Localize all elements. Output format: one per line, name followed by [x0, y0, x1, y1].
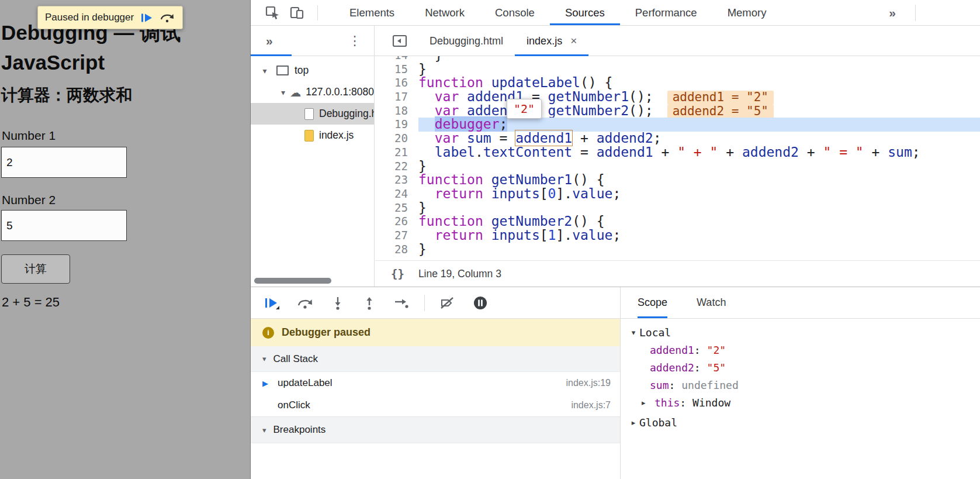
global-scope-label: Global [639, 416, 677, 429]
toast-step-over-icon[interactable] [160, 12, 175, 23]
line-number[interactable]: 24 [375, 187, 418, 201]
debugger-paused-label: Debugger paused [282, 326, 370, 339]
panel-tab-sources[interactable]: Sources [550, 0, 620, 25]
variable-value: Window [692, 397, 730, 409]
variable-name: sum [650, 379, 669, 391]
line-content[interactable]: function getNumber1() { [418, 173, 980, 187]
pretty-print-icon[interactable]: {} [391, 267, 404, 280]
inspect-element-icon[interactable] [265, 5, 280, 20]
debugger-pane: i Debugger paused ▾ Call Stack ▶updateLa… [251, 287, 621, 479]
line-content[interactable]: } [418, 56, 980, 63]
variable-name: addend1 [650, 344, 694, 356]
navigator-collapse-icon[interactable]: » [266, 34, 273, 48]
line-content[interactable]: debugger; [418, 118, 980, 132]
close-tab-icon[interactable]: × [570, 26, 577, 56]
line-content[interactable]: label.textContent = addend1 + " + " + ad… [418, 146, 980, 160]
navigator-header: » ⋮ [251, 26, 375, 56]
navigator-horizontal-scrollbar[interactable] [254, 278, 331, 284]
tab-scope[interactable]: Scope [638, 287, 667, 318]
code-line: 24 return inputs[0].value; [375, 187, 980, 201]
line-number[interactable]: 21 [375, 146, 418, 160]
nav-item-127-0-0-1-8080[interactable]: ▾☁127.0.0.1:8080 [251, 81, 374, 103]
line-number[interactable]: 18 [375, 104, 418, 118]
step-button[interactable] [394, 296, 409, 310]
pause-on-exceptions-button[interactable] [473, 295, 488, 311]
breakpoints-header[interactable]: ▾ Breakpoints [251, 416, 620, 443]
line-content[interactable]: } [418, 63, 980, 77]
line-content[interactable]: return inputs[0].value; [418, 187, 980, 201]
panel-tab-performance[interactable]: Performance [620, 0, 712, 25]
call-stack-frame-onclick[interactable]: onClickindex.js:7 [251, 394, 620, 416]
info-icon: i [262, 327, 274, 339]
toggle-device-toolbar-icon[interactable] [289, 5, 304, 20]
js-file-icon [304, 130, 314, 142]
line-content[interactable]: } [418, 243, 980, 257]
file-tab-debugging.html[interactable]: Debugging.html [418, 26, 515, 56]
line-content[interactable]: var addend1 = getNumber1();addend1 = "2" [418, 90, 980, 104]
more-panels-icon[interactable]: » [883, 6, 901, 20]
line-number[interactable]: 22 [375, 160, 418, 174]
step-over-button[interactable] [297, 296, 313, 310]
resume-button[interactable] [264, 296, 279, 310]
call-stack-frame-updatelabel[interactable]: ▶updateLabelindex.js:19 [251, 372, 620, 394]
line-content[interactable]: var addend2 = getNumber2();addend2 = "5" [418, 104, 980, 118]
panel-tab-console[interactable]: Console [480, 0, 550, 25]
navigator-panel: ▾top▾☁127.0.0.1:8080Debugging.htmlindex.… [251, 56, 375, 287]
nav-item-index-js[interactable]: index.js [251, 125, 374, 146]
line-number[interactable]: 26 [375, 215, 418, 229]
line-number[interactable]: 23 [375, 173, 418, 187]
call-stack-header[interactable]: ▾ Call Stack [251, 346, 620, 372]
step-into-button[interactable] [331, 296, 345, 310]
deactivate-breakpoints-button[interactable] [440, 296, 455, 310]
navigator-menu-icon[interactable]: ⋮ [348, 33, 361, 48]
toast-resume-icon[interactable] [141, 13, 153, 23]
panel-tab-memory[interactable]: Memory [712, 0, 782, 25]
line-content[interactable]: } [418, 201, 980, 215]
line-content[interactable]: return inputs[1].value; [418, 229, 980, 243]
panel-tab-network[interactable]: Network [410, 0, 480, 25]
variable-value: "2" [707, 344, 726, 356]
line-content[interactable]: function getNumber2() { [418, 215, 980, 229]
calculate-button[interactable]: 计算 [1, 254, 70, 284]
tab-watch[interactable]: Watch [697, 287, 726, 318]
line-number[interactable]: 17 [375, 90, 418, 104]
scope-section-global[interactable]: ▸ Global [621, 413, 980, 431]
scope-section-local[interactable]: ▾ Local [621, 323, 980, 341]
line-content[interactable]: var sum = addend1 + addend2; [418, 132, 980, 146]
topbar-end-divider [915, 5, 916, 21]
file-tab-label: Debugging.html [430, 26, 503, 56]
file-tab-index.js[interactable]: index.js× [515, 26, 588, 56]
frame-icon [276, 66, 289, 75]
scope-variable-addend1[interactable]: addend1: "2" [621, 341, 980, 359]
line-number[interactable]: 20 [375, 132, 418, 146]
caret-right-icon: ▸ [642, 398, 646, 407]
line-number[interactable]: 25 [375, 201, 418, 215]
debugged-page: Debugging — 调试 JavaScript 计算器：两数求和 Numbe… [0, 0, 250, 479]
caret-down-icon: ▾ [259, 66, 271, 75]
caret-down-icon: ▾ [262, 426, 266, 435]
number1-input[interactable] [1, 147, 127, 178]
line-number[interactable]: 28 [375, 243, 418, 257]
line-content[interactable]: } [418, 160, 980, 174]
code-line: 20 var sum = addend1 + addend2; [375, 132, 980, 146]
code-line: 25} [375, 201, 980, 215]
scope-variable-sum[interactable]: sum: undefined [621, 376, 980, 394]
line-number[interactable]: 15 [375, 63, 418, 77]
line-number[interactable]: 19 [375, 118, 418, 132]
hide-navigator-icon[interactable] [392, 35, 407, 47]
nav-item-top[interactable]: ▾top [251, 60, 374, 81]
line-number[interactable]: 27 [375, 229, 418, 243]
line-number[interactable]: 14 [375, 56, 418, 63]
step-out-button[interactable] [362, 296, 376, 310]
nav-item-label: index.js [319, 129, 354, 142]
caret-down-icon: ▾ [262, 354, 266, 363]
line-content[interactable]: function updateLabel() { [418, 76, 980, 90]
panel-tab-elements[interactable]: Elements [334, 0, 410, 25]
call-stack-title: Call Stack [273, 353, 318, 365]
scope-variable-addend2[interactable]: addend2: "5" [621, 359, 980, 376]
nav-item-debugging-html[interactable]: Debugging.html [251, 103, 374, 125]
number2-input[interactable] [1, 210, 127, 241]
scope-variable-this[interactable]: ▸this: Window [621, 394, 980, 411]
html-file-icon [304, 108, 314, 120]
line-number[interactable]: 16 [375, 76, 418, 90]
